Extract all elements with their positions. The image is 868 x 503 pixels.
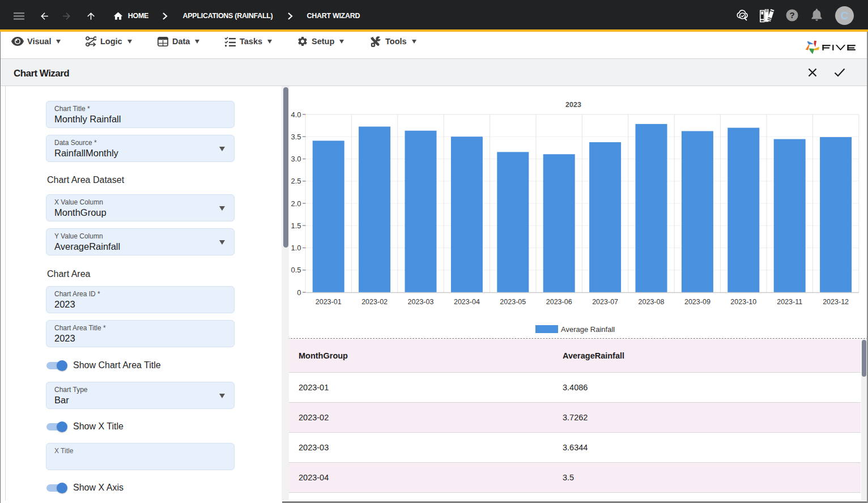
svg-text:1.5: 1.5 [291,221,301,230]
svg-text:3.0: 3.0 [291,155,301,163]
svg-text:2.5: 2.5 [291,177,301,185]
svg-text:?: ? [789,10,794,20]
svg-text:4.0: 4.0 [291,110,301,119]
svg-text:2023-04: 2023-04 [454,298,480,306]
svg-text:0.5: 0.5 [291,266,301,274]
svg-text:2023-08: 2023-08 [639,298,665,306]
svg-text:1.0: 1.0 [291,244,301,252]
svg-text:0: 0 [297,288,301,297]
svg-text:2023-02: 2023-02 [361,298,388,306]
svg-text:Average Rainfall: Average Rainfall [561,325,615,334]
svg-text:2.0: 2.0 [291,199,301,208]
svg-text:2023-01: 2023-01 [316,298,342,306]
svg-text:2023-09: 2023-09 [684,298,710,306]
svg-text:2023-05: 2023-05 [500,298,526,306]
svg-text:2023-12: 2023-12 [823,298,849,306]
svg-text:2023-11: 2023-11 [777,298,802,306]
svg-text:3.5: 3.5 [291,133,301,141]
svg-text:2023-06: 2023-06 [546,298,572,306]
svg-text:2023-07: 2023-07 [592,298,618,306]
svg-text:2023-03: 2023-03 [408,298,434,306]
svg-text:2023: 2023 [565,101,581,109]
svg-text:2023-10: 2023-10 [730,298,756,306]
